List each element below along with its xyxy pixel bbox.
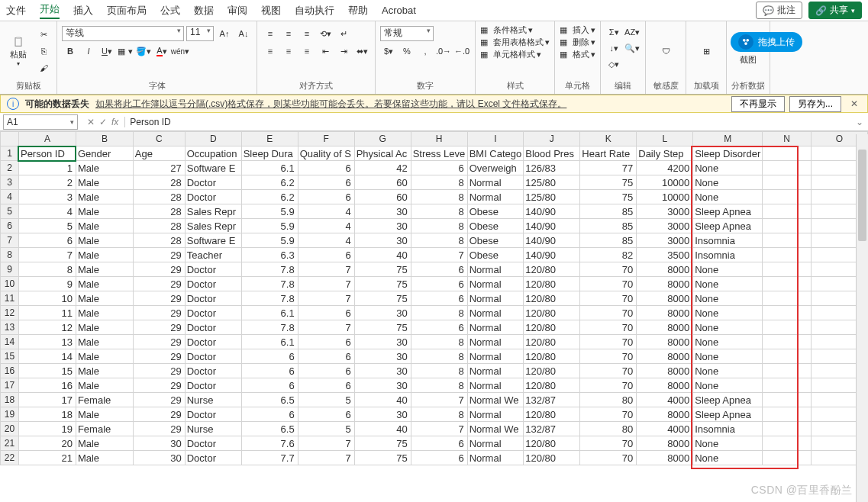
cell[interactable]: Normal <box>467 335 524 349</box>
clear-button[interactable]: ◇▾ <box>605 56 622 72</box>
cell[interactable]: Quality of S <box>298 146 354 161</box>
row-header[interactable]: 18 <box>1 393 19 407</box>
cell[interactable]: 27 <box>133 161 185 175</box>
select-all-corner[interactable] <box>1 132 19 146</box>
cell[interactable]: Nurse <box>185 393 241 407</box>
col-header[interactable]: E <box>241 132 298 146</box>
row-header[interactable]: 10 <box>1 277 19 291</box>
cell[interactable]: 7.8 <box>241 291 298 306</box>
cell[interactable]: 29 <box>133 320 185 335</box>
cell[interactable]: Male <box>76 291 133 306</box>
row-header[interactable]: 13 <box>1 320 19 335</box>
cell[interactable]: Doctor <box>185 349 241 364</box>
cell[interactable]: 7 <box>298 291 354 306</box>
menu-file[interactable]: 文件 <box>6 4 26 18</box>
cell[interactable]: 8000 <box>637 291 693 306</box>
addins-button[interactable]: ⊞ <box>691 33 721 69</box>
cell[interactable]: 120/80 <box>524 349 580 364</box>
font-size-select[interactable]: 11 <box>186 26 214 41</box>
cell[interactable]: 29 <box>133 291 185 306</box>
col-header[interactable]: D <box>185 132 241 146</box>
cell[interactable]: 29 <box>133 335 185 349</box>
cell[interactable]: Male <box>76 219 133 233</box>
cell[interactable]: 132/87 <box>524 422 580 436</box>
cell[interactable]: Doctor <box>185 335 241 349</box>
cell[interactable]: 8000 <box>637 407 693 422</box>
cell[interactable]: None <box>693 306 763 320</box>
cell[interactable]: 8000 <box>637 262 693 277</box>
menu-help[interactable]: 帮助 <box>348 4 368 18</box>
cell[interactable] <box>763 190 812 204</box>
cell[interactable]: 7.6 <box>241 436 298 451</box>
cell[interactable]: Obese <box>467 248 524 262</box>
cell[interactable]: Male <box>76 161 133 175</box>
orientation-button[interactable]: ⟲▾ <box>317 26 334 41</box>
cell[interactable]: 29 <box>133 393 185 407</box>
cell[interactable]: 3 <box>18 190 76 204</box>
indent-dec-button[interactable]: ⇤ <box>317 43 334 59</box>
cell[interactable]: Female <box>76 422 133 436</box>
cell[interactable]: 8 <box>411 364 467 378</box>
cell[interactable]: Normal <box>467 262 524 277</box>
cell[interactable]: 6 <box>298 407 354 422</box>
decrease-font-button[interactable]: A↓ <box>235 26 252 41</box>
menu-review[interactable]: 审阅 <box>227 4 247 18</box>
cell[interactable]: 82 <box>580 248 637 262</box>
cell[interactable]: 6 <box>298 378 354 393</box>
cell[interactable]: 8000 <box>637 320 693 335</box>
cell[interactable]: 8 <box>411 204 467 219</box>
cell[interactable]: 120/80 <box>524 277 580 291</box>
cell[interactable]: None <box>693 277 763 291</box>
cell[interactable]: Doctor <box>185 306 241 320</box>
col-header[interactable]: N <box>763 132 812 146</box>
cell[interactable]: 6 <box>411 277 467 291</box>
menu-home[interactable]: 开始 <box>40 2 60 19</box>
cell[interactable] <box>763 219 812 233</box>
cell[interactable]: 8 <box>411 190 467 204</box>
cell[interactable]: 8000 <box>637 335 693 349</box>
cell[interactable]: Male <box>76 436 133 451</box>
currency-button[interactable]: $▾ <box>380 43 397 59</box>
cell[interactable]: 75 <box>580 175 637 190</box>
row-header[interactable]: 12 <box>1 306 19 320</box>
cell[interactable]: 8000 <box>637 436 693 451</box>
dismiss-button[interactable]: 不再显示 <box>731 96 785 112</box>
cell[interactable]: None <box>693 262 763 277</box>
cell[interactable]: Normal <box>467 407 524 422</box>
cell[interactable]: Obese <box>467 204 524 219</box>
cell[interactable]: 6 <box>241 378 298 393</box>
col-header[interactable]: B <box>76 132 133 146</box>
cell[interactable]: Nurse <box>185 422 241 436</box>
cell[interactable]: 30 <box>354 349 411 364</box>
cell[interactable]: 70 <box>580 436 637 451</box>
cell[interactable]: 19 <box>18 422 76 436</box>
cell[interactable]: 120/80 <box>524 451 580 465</box>
cell[interactable]: 29 <box>133 422 185 436</box>
close-warning-button[interactable]: ✕ <box>847 98 861 109</box>
cell[interactable]: 10000 <box>637 190 693 204</box>
cell[interactable]: Male <box>76 204 133 219</box>
cell[interactable]: 11 <box>18 306 76 320</box>
cell[interactable]: 6.1 <box>241 161 298 175</box>
cell[interactable]: 6 <box>241 364 298 378</box>
cell[interactable]: None <box>693 320 763 335</box>
row-header[interactable]: 15 <box>1 349 19 364</box>
cell[interactable]: 29 <box>133 407 185 422</box>
row-header[interactable]: 2 <box>1 161 19 175</box>
cell[interactable]: 8 <box>18 262 76 277</box>
cell-styles-button[interactable]: ▦ 单元格样式▾ <box>480 49 550 60</box>
cell[interactable]: 6 <box>241 407 298 422</box>
align-bottom-button[interactable]: ≡ <box>298 26 315 41</box>
cell[interactable]: 140/90 <box>524 204 580 219</box>
border-button[interactable]: ▦ ▾ <box>117 43 134 59</box>
cell[interactable]: 6 <box>298 175 354 190</box>
cell[interactable]: Male <box>76 364 133 378</box>
col-header[interactable]: C <box>133 132 185 146</box>
cell[interactable]: 20 <box>18 436 76 451</box>
cell[interactable]: Occupation <box>185 146 241 161</box>
format-painter-button[interactable]: 🖌 <box>35 60 52 76</box>
cell[interactable]: 30 <box>354 204 411 219</box>
cell[interactable]: Normal <box>467 320 524 335</box>
cell[interactable]: 8 <box>411 378 467 393</box>
cell[interactable]: None <box>693 378 763 393</box>
